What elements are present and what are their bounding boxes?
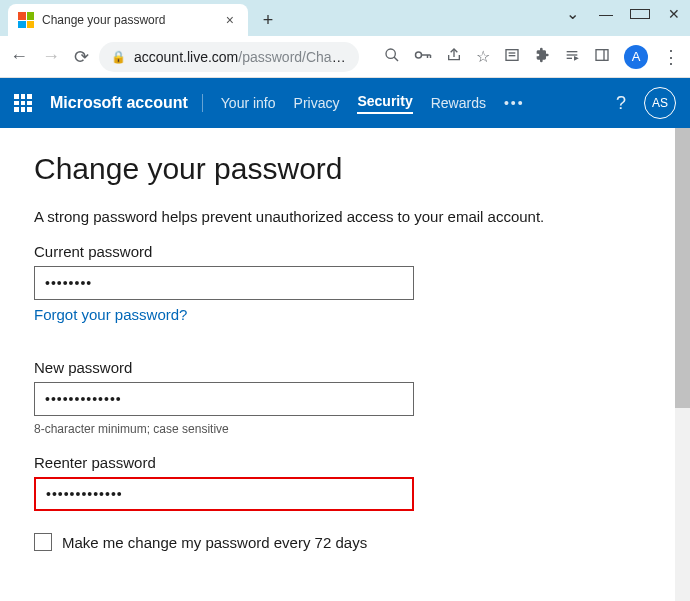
current-password-input[interactable]: •••••••• [34,266,414,300]
profile-avatar[interactable]: A [624,45,648,69]
close-window-button[interactable]: ✕ [664,6,684,22]
page-title: Change your password [34,152,656,186]
browser-tab[interactable]: Change your password × [8,4,248,36]
back-button[interactable]: ← [10,46,28,67]
lock-icon: 🔒 [111,50,126,64]
help-icon[interactable]: ? [616,93,626,114]
url-text: account.live.com/password/Chang… [134,49,347,65]
current-password-label: Current password [34,243,656,260]
svg-point-0 [386,49,395,58]
forward-button[interactable]: → [42,46,60,67]
reader-icon[interactable] [504,47,520,67]
new-password-label: New password [34,359,656,376]
nav-rewards[interactable]: Rewards [431,95,486,111]
microsoft-favicon [18,12,34,28]
nav-security[interactable]: Security [357,93,412,114]
page-subtitle: A strong password helps prevent unauthor… [34,208,656,225]
share-icon[interactable] [446,47,462,67]
extensions-icon[interactable] [534,47,550,67]
nav-your-info[interactable]: Your info [221,95,276,111]
new-password-input[interactable]: ••••••••••••• [34,382,414,416]
app-launcher-icon[interactable] [14,94,32,112]
new-tab-button[interactable]: + [254,6,282,34]
forgot-password-link[interactable]: Forgot your password? [34,306,187,323]
reenter-password-label: Reenter password [34,454,656,471]
reenter-password-input[interactable]: ••••••••••••• [34,477,414,511]
rotate-password-checkbox[interactable] [34,533,52,551]
browser-titlebar: Change your password × + ⌄ — ✕ [0,0,690,36]
svg-point-2 [416,52,422,58]
svg-line-1 [394,57,398,61]
rotate-password-label: Make me change my password every 72 days [62,534,367,551]
page-content: Change your password A strong password h… [0,128,690,601]
browser-menu-icon[interactable]: ⋮ [662,46,680,68]
bookmark-star-icon[interactable]: ☆ [476,47,490,66]
close-tab-icon[interactable]: × [222,12,238,28]
maximize-button[interactable] [630,6,650,22]
window-controls: ⌄ — ✕ [562,4,684,23]
media-control-icon[interactable] [564,47,580,67]
brand-label[interactable]: Microsoft account [50,94,203,112]
password-hint: 8-character minimum; case sensitive [34,422,656,436]
minimize-button[interactable]: — [596,6,616,22]
key-icon[interactable] [414,48,432,66]
address-bar[interactable]: 🔒 account.live.com/password/Chang… [99,42,359,72]
account-avatar[interactable]: AS [644,87,676,119]
side-panel-icon[interactable] [594,47,610,67]
browser-toolbar: ← → ⟳ 🔒 account.live.com/password/Chang…… [0,36,690,78]
nav-privacy[interactable]: Privacy [294,95,340,111]
reload-button[interactable]: ⟳ [74,46,89,68]
svg-rect-13 [596,49,608,60]
svg-marker-12 [575,57,578,60]
search-icon[interactable] [384,47,400,67]
nav-more-icon[interactable]: ••• [504,95,525,111]
tab-title: Change your password [42,13,214,27]
site-header: Microsoft account Your info Privacy Secu… [0,78,690,128]
tabs-dropdown-icon[interactable]: ⌄ [562,4,582,23]
